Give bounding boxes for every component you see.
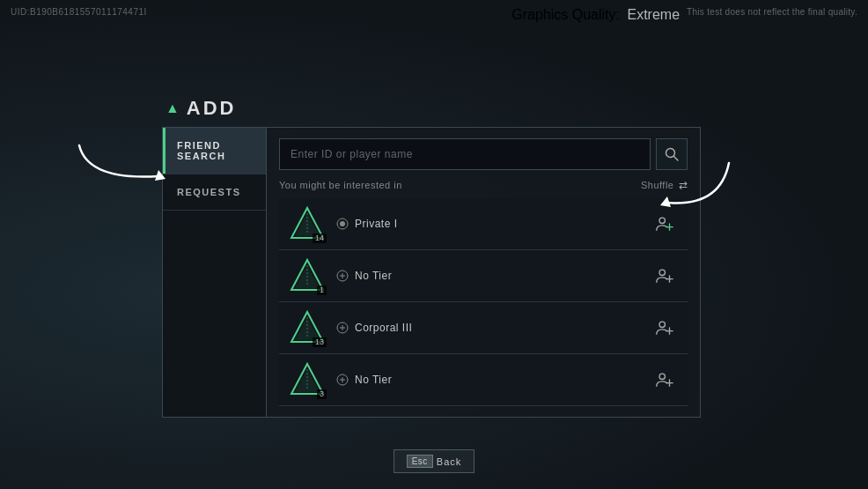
avatar-level: 1 (317, 285, 327, 295)
esc-badge: Esc (407, 455, 433, 468)
rank-icon (335, 373, 349, 387)
player-row: 14 Private I (279, 198, 688, 250)
private-rank-icon (336, 218, 349, 230)
graphics-label: Graphics Quality: Extreme (511, 7, 680, 23)
player-rank-label: No Tier (355, 270, 392, 282)
rank-icon (335, 321, 349, 335)
sidebar-item-friend-search[interactable]: FRIEND SEARCH (163, 128, 266, 174)
sidebar: FRIEND SEARCH REQUESTS (163, 128, 267, 417)
no-tier-icon-2 (336, 374, 349, 386)
svg-point-18 (659, 270, 665, 275)
top-bar: UID:B190B6181557011174471I Graphics Qual… (0, 7, 868, 23)
avatar-triangle: 3 (288, 360, 327, 399)
search-input[interactable] (279, 138, 651, 170)
add-friend-button[interactable] (651, 366, 679, 394)
add-friend-button[interactable] (651, 314, 679, 342)
svg-point-27 (659, 322, 665, 327)
suggested-header: You might be interested in Shuffle ⇄ (279, 179, 688, 191)
add-friend-button[interactable] (651, 210, 679, 238)
player-rank-label: Corporal III (355, 322, 412, 334)
player-avatar: 3 (288, 360, 327, 399)
rank-icon (335, 269, 349, 283)
shuffle-icon: ⇄ (679, 179, 688, 191)
add-friend-icon (655, 318, 674, 337)
add-friend-button[interactable] (651, 262, 679, 290)
player-rank-label: No Tier (355, 374, 392, 386)
back-button[interactable]: Esc Back (394, 449, 475, 473)
avatar-triangle: 13 (288, 308, 327, 347)
player-info: Private I (335, 217, 642, 231)
avatar-triangle: 14 (288, 204, 327, 243)
disclaimer-text: This test does not reflect the final qua… (687, 7, 857, 23)
no-tier-icon (336, 270, 349, 282)
player-info: No Tier (335, 269, 642, 283)
sidebar-item-requests[interactable]: REQUESTS (163, 174, 266, 211)
avatar-triangle: 1 (288, 256, 327, 295)
player-list: 14 Private I (279, 198, 688, 406)
player-avatar: 1 (288, 256, 327, 295)
main-content: You might be interested in Shuffle ⇄ (267, 128, 700, 417)
back-label: Back (437, 456, 461, 467)
search-row (279, 138, 688, 170)
shuffle-button[interactable]: Shuffle ⇄ (641, 179, 688, 191)
top-bar-right-group: Graphics Quality: Extreme This test does… (511, 7, 857, 23)
svg-point-8 (340, 221, 345, 226)
title-triangle-icon: ▲ (166, 100, 180, 116)
suggested-label: You might be interested in (279, 180, 402, 190)
corporal-rank-icon (336, 322, 349, 334)
player-row: 1 No Tier (279, 250, 688, 302)
search-icon (665, 147, 679, 161)
shuffle-label: Shuffle (641, 180, 674, 190)
avatar-level: 3 (317, 389, 327, 399)
svg-point-36 (659, 374, 665, 379)
player-row: 3 No Tier (279, 354, 688, 406)
player-avatar: 13 (288, 308, 327, 347)
player-info: Corporal III (335, 321, 642, 335)
add-friend-dialog: ▲ ADD FRIEND SEARCH REQUESTS (162, 97, 701, 418)
search-button[interactable] (656, 138, 688, 170)
player-row: 13 Corporal III (279, 302, 688, 354)
add-friend-icon (655, 266, 674, 285)
player-rank-label: Private I (355, 218, 398, 230)
player-avatar: 14 (288, 204, 327, 243)
bottom-bar: Esc Back (0, 449, 868, 473)
rank-icon (335, 217, 349, 231)
dialog-title-row: ▲ ADD (162, 97, 701, 120)
dialog-body: FRIEND SEARCH REQUESTS You might be (162, 127, 701, 418)
svg-line-3 (674, 157, 679, 161)
add-friend-icon (655, 214, 674, 233)
avatar-level: 14 (313, 233, 327, 243)
add-friend-icon (655, 370, 674, 389)
avatar-level: 13 (313, 337, 327, 347)
dialog-title-text: ADD (187, 97, 237, 120)
player-info: No Tier (335, 373, 642, 387)
uid-display: UID:B190B6181557011174471I (11, 7, 147, 23)
svg-point-9 (659, 218, 665, 223)
